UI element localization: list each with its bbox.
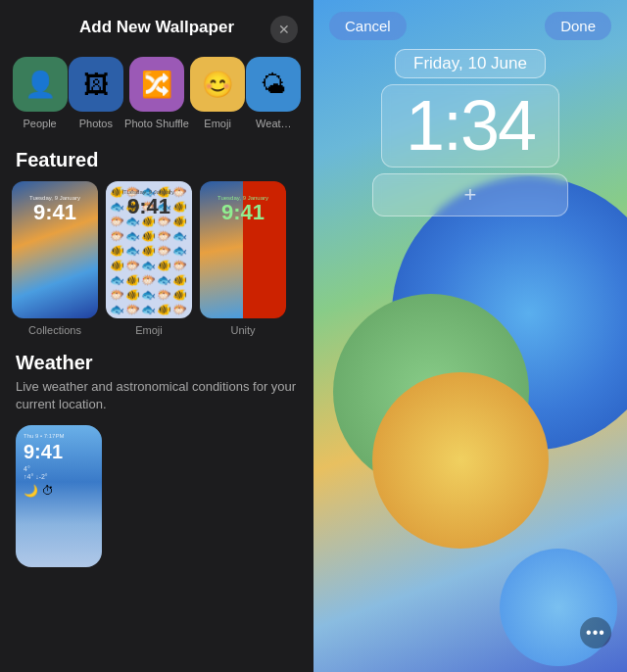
weather-section-title: Weather [16, 352, 298, 374]
people-label: People [23, 118, 56, 129]
featured-item-collections[interactable]: Tuesday, 9 January 9:41 Collections [12, 181, 98, 336]
lock-screen-top-bar: Cancel Done [314, 0, 627, 52]
weather-type-icon: 🌤 [261, 70, 286, 100]
people-icon: 👤 [24, 70, 56, 100]
weather-card-icons: 🌙 ⏱ [24, 484, 94, 498]
featured-item-unity[interactable]: Tuesday, 9 January 9:41 Unity [200, 181, 286, 336]
weather-card-date: Thu 9 • 7:17PM [24, 433, 94, 439]
add-widget-button[interactable]: + [372, 173, 568, 216]
wallpaper-type-row: 👤 People 🖼 Photos 🔀 Photo Shuffle 😊 Emoj… [0, 49, 314, 133]
emoji-card-time: 9:41 [106, 195, 192, 218]
collections-label: Collections [28, 318, 81, 336]
featured-cards-row: Tuesday, 9 January 9:41 Collections 🐠🐡🐟🐠… [0, 181, 314, 336]
modal-title: Add New Wallpaper [79, 18, 234, 37]
weather-card-high-low: ↑4° ↓-2° [24, 473, 94, 480]
unity-card[interactable]: Tuesday, 9 January 9:41 [200, 181, 286, 318]
close-button[interactable]: ✕ [270, 16, 298, 43]
emoji-icon-circle: 😊 [190, 57, 245, 112]
featured-item-emoji[interactable]: 🐠🐡🐟🐠🐡🐟🐠 🐡🐟🐠🐡🐟🐠🐡 🐠🐡🐟🐠🐡🐟🐠 🐟🐠🐡🐟🐠🐡🐟 🐠🐡🐟🐠🐡🐟🐠 … [106, 181, 192, 336]
collections-time: 9:41 [12, 201, 98, 224]
photos-icon-circle: 🖼 [69, 57, 123, 112]
type-people[interactable]: 👤 People [13, 57, 68, 129]
weather-card-info: 4° ↑4° ↓-2° [24, 465, 94, 480]
unity-time: 9:41 [200, 201, 286, 224]
emoji-label: Emoji [204, 118, 231, 129]
blob-blue-small [500, 549, 617, 666]
lock-screen-time: 1:34 [381, 84, 559, 168]
collections-time-overlay: Tuesday, 9 January 9:41 [12, 195, 98, 224]
lock-screen-widgets: Friday, 10 June 1:34 + [314, 49, 627, 216]
emoji-icon: 😊 [202, 70, 233, 100]
emoji-card[interactable]: 🐠🐡🐟🐠🐡🐟🐠 🐡🐟🐠🐡🐟🐠🐡 🐠🐡🐟🐠🐡🐟🐠 🐟🐠🐡🐟🐠🐡🐟 🐠🐡🐟🐠🐡🐟🐠 … [106, 181, 192, 318]
shuffle-icon-circle: 🔀 [129, 57, 184, 112]
shuffle-label: Photo Shuffle [124, 118, 189, 129]
weather-card-temp: 4° [24, 465, 94, 472]
weather-section: Weather Live weather and astronomical co… [0, 336, 314, 583]
emoji-card-label: Emoji [135, 318, 163, 336]
wallpaper-picker-panel: Add New Wallpaper ✕ 👤 People 🖼 Photos 🔀 … [0, 0, 314, 672]
clock-icon: ⏱ [42, 484, 54, 498]
unity-label: Unity [230, 318, 255, 336]
cancel-button[interactable]: Cancel [329, 12, 407, 40]
more-options-button[interactable]: ••• [580, 617, 611, 648]
weather-card-time: 9:41 [24, 441, 94, 463]
type-shuffle[interactable]: 🔀 Photo Shuffle [124, 57, 189, 129]
plus-icon: + [464, 182, 477, 208]
people-icon-circle: 👤 [13, 57, 68, 112]
emoji-card-time-overlay: Tuesday, 9 January 9:41 [106, 189, 192, 218]
weather-type-label: Weat… [256, 118, 291, 129]
weather-preview-card[interactable]: Thu 9 • 7:17PM 9:41 4° ↑4° ↓-2° 🌙 ⏱ [16, 425, 102, 567]
close-icon: ✕ [278, 22, 290, 37]
lock-screen-preview-panel: Cancel Done Friday, 10 June 1:34 + ••• [314, 0, 627, 672]
type-weather[interactable]: 🌤 Weat… [246, 57, 301, 129]
lock-screen-date: Friday, 10 June [395, 49, 546, 78]
collections-card[interactable]: Tuesday, 9 January 9:41 [12, 181, 98, 318]
weather-icon-circle: 🌤 [246, 57, 301, 112]
unity-time-overlay: Tuesday, 9 January 9:41 [200, 195, 286, 224]
photos-label: Photos [79, 118, 113, 129]
type-emoji[interactable]: 😊 Emoji [190, 57, 245, 129]
featured-section: Featured Tuesday, 9 January 9:41 Collect… [0, 133, 314, 336]
moon-icon: 🌙 [24, 484, 38, 498]
photos-icon: 🖼 [83, 70, 109, 100]
modal-header: Add New Wallpaper ✕ [0, 0, 314, 49]
weather-section-desc: Live weather and astronomical conditions… [16, 378, 298, 413]
type-photos[interactable]: 🖼 Photos [69, 57, 123, 129]
blob-yellow [372, 372, 549, 549]
collections-date: Tuesday, 9 January [12, 195, 98, 201]
shuffle-icon: 🔀 [141, 70, 172, 100]
done-button[interactable]: Done [545, 12, 611, 40]
featured-title: Featured [0, 133, 314, 181]
emoji-grid: 🐠🐡🐟🐠🐡🐟🐠 🐡🐟🐠🐡🐟🐠🐡 🐠🐡🐟🐠🐡🐟🐠 🐟🐠🐡🐟🐠🐡🐟 🐠🐡🐟🐠🐡🐟🐠 … [106, 181, 192, 318]
